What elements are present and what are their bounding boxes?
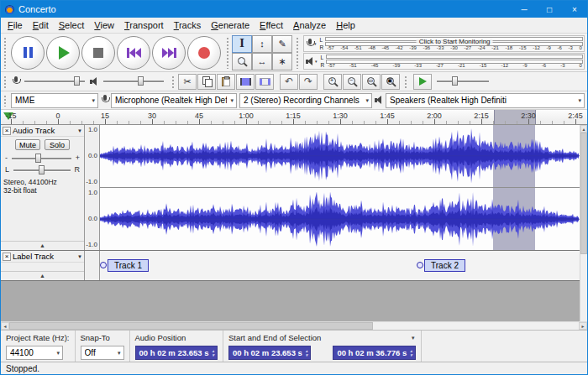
label-text[interactable]: Track 1 [108,259,149,272]
track-title-menu[interactable]: Audio Track [13,126,76,135]
meter-scale-value: -45 [371,63,379,69]
minimize-button[interactable]: ─ [512,1,537,18]
gain-slider[interactable] [10,153,73,164]
menu-generate[interactable]: Generate [206,18,255,32]
mute-button[interactable]: Mute [15,139,40,150]
selection-end-field[interactable]: 00 h 02 m 36.776 s▴▾ [333,346,415,360]
scroll-right-icon[interactable]: ► [579,322,587,330]
waveform[interactable] [100,125,580,250]
menu-transport[interactable]: Transport [119,18,169,32]
zoom-in-button[interactable]: + [323,74,342,90]
selection-range-label[interactable]: Start and End of Selection▼ [228,332,416,343]
record-button[interactable] [187,36,221,70]
device-toolbar-grip[interactable] [3,94,7,107]
horizontal-scrollbar[interactable]: ◄ ► [1,321,587,330]
input-device-icon [101,95,108,106]
playback-device-select[interactable]: Speakers (Realtek High Definiti▾ [386,93,585,108]
silence-audio-button[interactable] [255,74,274,90]
menu-tracks[interactable]: Tracks [169,18,207,32]
scroll-up-icon[interactable]: ▲ [580,125,587,133]
pause-button[interactable] [11,36,45,70]
playback-meter[interactable]: ▾ LR -57-51-45-39-33-27-21-15-12-9-6-30 [303,53,585,70]
play-speed-slider[interactable] [435,76,491,87]
track-close-button[interactable]: × [3,127,11,135]
recording-meter-body[interactable]: Click to Start Monitoring -57-54-51-48-4… [325,36,584,51]
playspeed-toolbar-grip[interactable] [403,75,407,88]
trim-audio-button[interactable] [236,74,255,90]
chevron-down-icon[interactable]: ▼ [77,128,82,133]
copy-button[interactable] [197,74,216,90]
paste-button[interactable] [217,74,235,90]
redo-button[interactable]: ↷ [299,74,318,90]
recording-channels-select[interactable]: 2 (Stereo) Recording Channels▾ [239,93,372,108]
track-close-button[interactable]: × [3,253,11,261]
timeshift-tool-button[interactable]: ↔ [252,53,272,70]
chevron-down-icon[interactable]: ▼ [77,254,82,259]
menu-analyze[interactable]: Analyze [288,18,331,32]
close-button[interactable]: × [562,1,587,18]
recording-meter[interactable]: ▾ LR Click to Start Monitoring -57-54-51… [303,35,585,52]
menu-file[interactable]: File [3,18,28,32]
recording-volume-slider[interactable] [23,76,87,87]
selection-tool-button[interactable]: I [232,35,252,53]
audio-host-select[interactable]: MME▾ [11,93,98,108]
project-rate-select[interactable]: 44100▾ [6,346,63,360]
pan-slider[interactable] [12,164,71,175]
edit-toolbar-grip[interactable] [171,75,175,88]
label-handle-icon[interactable] [417,262,423,268]
meter-scale-value: -18 [505,45,512,51]
multi-tool-button[interactable]: ∗ [272,53,292,70]
maximize-button[interactable]: □ [537,1,562,18]
stop-button[interactable] [81,36,115,70]
track-collapse-button[interactable]: ▲ [1,271,84,280]
track-collapse-button[interactable]: ▲ [1,241,84,250]
transport-toolbar-grip[interactable] [3,36,7,69]
horizontal-scroll-thumb[interactable] [9,322,373,330]
menu-help[interactable]: Help [331,18,360,32]
meter-menu-caret-icon[interactable]: ▾ [315,59,318,64]
vertical-scrollbar[interactable]: ▲ [580,125,587,321]
meter-scale-value: -45 [382,45,390,51]
spinner-icon[interactable]: ▴▾ [212,349,214,357]
undo-button[interactable]: ↶ [280,74,298,90]
meter-toolbar-grip[interactable] [295,36,299,69]
title-bar[interactable]: Concerto ─ □ × [1,1,587,18]
scale-value: 0.0 [88,216,97,222]
skip-to-start-button[interactable] [117,36,150,70]
scroll-left-icon[interactable]: ◄ [1,322,9,330]
selection-start-field[interactable]: 00 h 02 m 23.653 s▴▾ [228,346,311,360]
menu-edit[interactable]: Edit [28,18,54,32]
cut-button[interactable]: ✂ [178,74,197,90]
menu-view[interactable]: View [89,18,119,32]
play-button[interactable] [46,36,80,70]
skip-to-end-button[interactable] [152,36,186,70]
label-text[interactable]: Track 2 [424,259,465,272]
spinner-icon[interactable]: ▴▾ [410,349,412,357]
label-handle-icon[interactable] [100,262,107,268]
label-track-2[interactable]: Track 2 [417,258,465,272]
track-title-menu[interactable]: Label Track [13,252,76,261]
recording-device-select[interactable]: Microphone (Realtek High Defini▾ [111,93,237,108]
monitoring-hint[interactable]: Click to Start Monitoring [417,38,493,45]
mixer-toolbar-grip[interactable] [3,75,7,88]
play-at-speed-button[interactable] [413,74,432,90]
fit-selection-button[interactable]: ▭ [362,74,381,90]
tools-toolbar-grip[interactable] [225,36,229,69]
timeline-ruler[interactable]: -1501530451:001:151:301:452:002:152:302:… [1,110,587,125]
spinner-icon[interactable]: ▴▾ [306,349,308,357]
menu-effect[interactable]: Effect [255,18,288,32]
fit-project-button[interactable]: ▣ [381,74,400,90]
solo-button[interactable]: Solo [45,139,70,150]
envelope-tool-button[interactable]: ↕ [252,35,272,53]
label-track-content[interactable]: Track 1Track 2 [100,251,580,280]
playback-volume-slider[interactable] [102,76,165,87]
menu-select[interactable]: Select [54,18,90,32]
draw-tool-button[interactable]: ✎ [272,35,292,53]
snap-to-select[interactable]: Off▾ [81,346,124,360]
vertical-scroll-thumb[interactable] [580,133,587,254]
label-track-1[interactable]: Track 1 [100,258,149,272]
zoom-out-button[interactable]: − [343,74,361,90]
zoom-tool-button[interactable] [232,53,252,70]
audio-position-field[interactable]: 00 h 02 m 23.653 s▴▾ [135,346,218,360]
vertical-scale-ruler[interactable]: 1.00.0-1.01.00.0-1.0 [85,125,100,250]
